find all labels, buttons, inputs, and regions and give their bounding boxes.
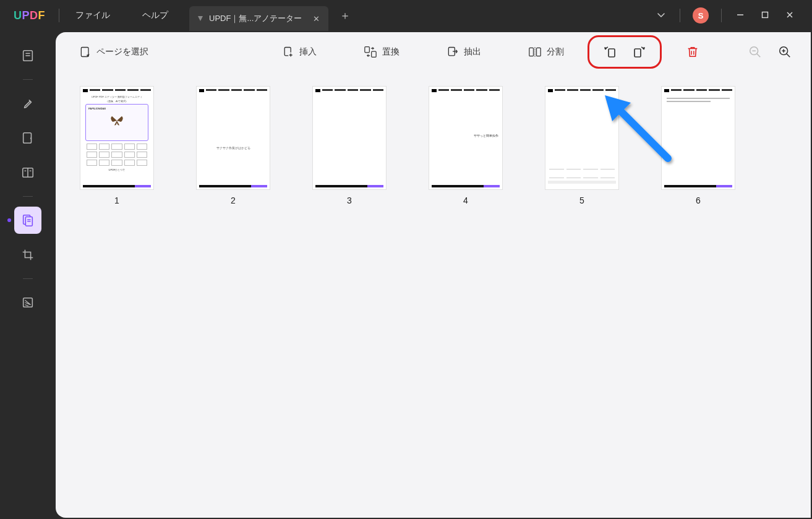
- svg-rect-19: [372, 51, 377, 57]
- page-thumbnail[interactable]: ササっと簡単操作 4: [429, 87, 502, 205]
- insert-label: 挿入: [299, 46, 317, 58]
- app-logo: UPDF: [0, 9, 59, 22]
- rotate-right-button[interactable]: [630, 43, 647, 61]
- organize-toolbar: ページを選択 挿入 置換 抽出 分割: [56, 32, 811, 72]
- rail-crop-icon[interactable]: [14, 241, 41, 268]
- menu-help[interactable]: ヘルプ: [126, 10, 184, 21]
- zoom-in-button[interactable]: [776, 43, 793, 61]
- select-pages-label: ページを選択: [96, 46, 148, 58]
- select-pages-button[interactable]: ページを選択: [73, 42, 155, 62]
- left-rail: [0, 31, 56, 519]
- svg-rect-21: [529, 48, 534, 56]
- svg-rect-22: [537, 48, 541, 56]
- page-preview: ササっと簡単操作: [429, 87, 502, 189]
- toolbar-right: [746, 43, 793, 61]
- split-button[interactable]: 分割: [522, 42, 570, 62]
- page-preview: [662, 87, 735, 189]
- rotate-left-button[interactable]: [602, 43, 619, 61]
- close-button[interactable]: [784, 11, 796, 21]
- tab-dropdown-icon[interactable]: [198, 16, 203, 21]
- rail-annotate-icon[interactable]: [14, 90, 41, 117]
- avatar[interactable]: S: [693, 7, 709, 24]
- page-preview: UPDF PDF エディター 無料版フォームエディ （画像、AIで質問） UPD…: [80, 87, 153, 189]
- svg-rect-18: [365, 47, 370, 53]
- thumbnail-grid: UPDF PDF エディター 無料版フォームエディ （画像、AIで質問） UPD…: [56, 72, 811, 220]
- page-preview: サクサク作業がはかどる: [197, 87, 270, 189]
- rail-reader-icon[interactable]: [14, 42, 41, 69]
- page-thumbnail[interactable]: 5: [545, 87, 618, 205]
- rail-active-indicator: [7, 218, 11, 222]
- page-number: 2: [231, 195, 236, 205]
- svg-rect-5: [24, 133, 32, 144]
- svg-line-29: [757, 54, 761, 58]
- tab-close-icon[interactable]: ✕: [313, 14, 320, 24]
- page-preview: [313, 87, 386, 189]
- divider: [721, 9, 722, 22]
- menu-file[interactable]: ファイル: [59, 10, 126, 21]
- divider: [680, 9, 680, 22]
- svg-line-32: [787, 54, 790, 58]
- page-number: 4: [463, 195, 468, 205]
- maximize-button[interactable]: [759, 11, 771, 21]
- extract-button[interactable]: 抽出: [440, 42, 487, 62]
- page-thumbnail[interactable]: 6: [662, 87, 735, 205]
- tab-active[interactable]: UPDF｜無...アノテーター ✕: [189, 6, 328, 31]
- app-body: ページを選択 挿入 置換 抽出 分割: [0, 31, 812, 519]
- rotate-group-highlight: [588, 35, 662, 69]
- page-number: 3: [347, 195, 352, 205]
- rail-form-icon[interactable]: [14, 159, 41, 186]
- tab-area: UPDF｜無...アノテーター ✕ ＋: [189, 0, 351, 31]
- titlebar: UPDF ファイル ヘルプ UPDF｜無...アノテーター ✕ ＋ S: [0, 0, 812, 31]
- title-right: S: [655, 7, 812, 24]
- minimize-button[interactable]: [734, 11, 746, 21]
- rail-edit-icon[interactable]: [14, 124, 41, 152]
- page-thumbnail[interactable]: UPDF PDF エディター 無料版フォームエディ （画像、AIで質問） UPD…: [80, 87, 153, 205]
- split-label: 分割: [547, 46, 564, 58]
- page-number: 6: [696, 195, 701, 205]
- svg-rect-25: [635, 49, 641, 57]
- extract-label: 抽出: [464, 46, 481, 58]
- replace-label: 置換: [382, 46, 400, 58]
- svg-rect-1: [763, 12, 768, 17]
- tab-title: UPDF｜無...アノテーター: [209, 13, 302, 24]
- insert-button[interactable]: 挿入: [276, 42, 323, 62]
- svg-line-35: [620, 110, 668, 158]
- page-preview: [545, 87, 618, 189]
- delete-button[interactable]: [684, 43, 701, 61]
- page-thumbnail[interactable]: 3: [313, 87, 386, 205]
- svg-rect-24: [609, 49, 615, 57]
- chevron-down-icon[interactable]: [655, 10, 667, 22]
- page-number: 1: [114, 195, 119, 205]
- page-number: 5: [579, 195, 584, 205]
- tab-add-button[interactable]: ＋: [340, 8, 351, 23]
- rail-redact-icon[interactable]: [14, 289, 41, 316]
- rail-organize-icon[interactable]: [14, 207, 41, 234]
- main-panel: ページを選択 挿入 置換 抽出 分割: [56, 32, 811, 518]
- replace-button[interactable]: 置換: [357, 42, 406, 62]
- zoom-out-button[interactable]: [746, 43, 764, 61]
- page-thumbnail[interactable]: サクサク作業がはかどる 2: [197, 87, 270, 205]
